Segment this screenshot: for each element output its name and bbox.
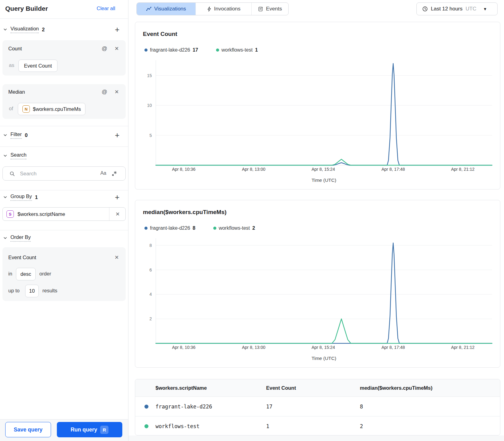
median-field[interactable]: N $workers.cpuTimeMs xyxy=(18,103,85,115)
search-input[interactable] xyxy=(19,167,97,181)
svg-text:Apr 8, 17:48: Apr 8, 17:48 xyxy=(381,167,405,172)
median-field-value: $workers.cpuTimeMs xyxy=(33,106,81,112)
series-color-dot xyxy=(144,405,148,409)
legend-value: 17 xyxy=(193,47,198,53)
up-to-label: up to xyxy=(8,288,20,294)
table-row[interactable]: fragrant-lake-d226 17 8 xyxy=(135,396,500,416)
case-sensitive-icon[interactable]: Aa xyxy=(100,170,106,176)
legend-item[interactable]: fragrant-lake-d226 17 xyxy=(144,47,198,53)
save-query-button[interactable]: Save query xyxy=(5,422,51,437)
time-range-selector[interactable]: Last 12 hours UTC ▼ xyxy=(416,2,498,15)
view-tabs: Visualizations Invocations Events xyxy=(136,2,289,15)
close-icon[interactable]: ✕ xyxy=(115,46,119,51)
legend-value: 2 xyxy=(252,225,255,231)
filter-section-label: Filter xyxy=(10,131,22,139)
legend-item[interactable]: workflows-test 1 xyxy=(216,47,258,53)
chevron-down-icon[interactable] xyxy=(3,195,7,199)
group-by-field-value: $workers.scriptName xyxy=(18,211,65,217)
panel-title: Query Builder xyxy=(5,5,48,12)
tab-invocations[interactable]: Invocations xyxy=(195,3,251,15)
svg-text:Time (UTC): Time (UTC) xyxy=(312,178,336,183)
script-name-cell: workflows-test xyxy=(156,416,199,435)
timezone-label: UTC xyxy=(466,6,476,12)
divider xyxy=(0,126,128,126)
tab-visualizations[interactable]: Visualizations xyxy=(137,3,195,15)
svg-text:8: 8 xyxy=(149,243,152,248)
caret-down-icon: ▼ xyxy=(483,7,487,11)
run-query-button[interactable]: Run query R xyxy=(57,422,122,437)
add-group-by-button[interactable]: + xyxy=(115,193,120,201)
page-bottom-strip xyxy=(128,435,504,441)
legend-dot xyxy=(216,49,219,52)
close-icon[interactable]: ✕ xyxy=(115,255,119,260)
clock-icon xyxy=(422,6,428,12)
search-icon xyxy=(10,171,15,177)
legend-dot xyxy=(213,227,216,230)
legend-name: fragrant-lake-d226 xyxy=(150,47,190,53)
tab-events[interactable]: Events xyxy=(251,3,288,15)
results-area: Visualizations Invocations Events Last 1… xyxy=(128,0,504,441)
median-visualization-card: Median @ ✕ of N $workers.cpuTimeMs xyxy=(2,84,126,119)
column-header-event-count: Event Count xyxy=(266,379,296,396)
search-section-header: Search xyxy=(3,150,126,161)
sort-direction-field[interactable]: desc xyxy=(16,268,36,280)
chevron-down-icon[interactable] xyxy=(3,133,7,137)
time-range-label: Last 12 hours xyxy=(431,6,463,12)
run-query-label: Run query xyxy=(71,427,97,433)
event-count-cell: 1 xyxy=(266,416,269,435)
svg-text:Apr 8, 13:00: Apr 8, 13:00 xyxy=(242,167,265,172)
median-cell: 2 xyxy=(360,416,363,435)
clear-all-button[interactable]: Clear all xyxy=(96,6,115,11)
svg-text:Apr 8, 15:24: Apr 8, 15:24 xyxy=(312,345,335,350)
chart-title: median($workers.cpuTimeMs) xyxy=(143,209,226,216)
legend-item[interactable]: workflows-test 2 xyxy=(213,225,255,231)
query-actions-footer: Save query Run query R xyxy=(0,419,128,441)
limit-field[interactable]: 10 xyxy=(25,285,39,297)
tab-invocations-label: Invocations xyxy=(214,6,241,12)
divider xyxy=(109,208,109,221)
event-count-line-chart[interactable]: 51015Apr 8, 10:36Apr 8, 13:00Apr 8, 15:2… xyxy=(140,59,497,185)
svg-text:5: 5 xyxy=(149,133,152,138)
svg-text:Apr 8, 15:24: Apr 8, 15:24 xyxy=(312,167,335,172)
regex-icon[interactable] xyxy=(111,170,117,177)
median-cputime-line-chart[interactable]: 2468Apr 8, 10:36Apr 8, 13:00Apr 8, 15:24… xyxy=(140,237,497,363)
events-log-icon xyxy=(258,6,263,12)
at-icon[interactable]: @ xyxy=(102,89,107,95)
add-filter-button[interactable]: + xyxy=(115,131,120,139)
limit-value: 10 xyxy=(29,288,35,294)
chevron-down-icon[interactable] xyxy=(3,27,7,32)
divider xyxy=(0,146,128,147)
svg-text:Apr 8, 21:12: Apr 8, 21:12 xyxy=(451,167,474,172)
svg-text:10: 10 xyxy=(147,103,152,108)
svg-text:15: 15 xyxy=(147,73,152,78)
chevron-down-icon[interactable] xyxy=(3,154,7,158)
legend-item[interactable]: fragrant-lake-d226 8 xyxy=(144,225,195,231)
results-label: results xyxy=(42,288,57,294)
svg-text:Apr 8, 10:36: Apr 8, 10:36 xyxy=(172,345,195,350)
legend-name: workflows-test xyxy=(222,47,253,53)
search-section-label: Search xyxy=(10,152,26,159)
svg-text:6: 6 xyxy=(149,267,152,272)
close-icon[interactable]: ✕ xyxy=(115,89,119,95)
search-box: Aa xyxy=(2,166,126,181)
query-builder-panel: Query Builder Clear all Visualization 2 … xyxy=(0,0,128,441)
order-by-section-header: Order By xyxy=(3,232,126,244)
svg-text:4: 4 xyxy=(149,292,152,297)
close-icon[interactable]: ✕ xyxy=(116,212,120,217)
chart-legend: fragrant-lake-d226 8 workflows-test 2 xyxy=(144,225,255,231)
event-count-cell: 17 xyxy=(266,397,272,416)
group-by-item[interactable]: S $workers.scriptName ✕ xyxy=(2,207,126,221)
chevron-down-icon[interactable] xyxy=(3,236,7,240)
alias-field[interactable]: Event Count xyxy=(18,60,57,72)
tab-events-label: Events xyxy=(266,6,282,12)
at-icon[interactable]: @ xyxy=(102,46,107,51)
visualization-count: 2 xyxy=(42,27,45,33)
save-query-label: Save query xyxy=(14,427,42,433)
table-row[interactable]: workflows-test 1 2 xyxy=(135,416,500,435)
group-by-count: 1 xyxy=(35,194,38,200)
add-visualization-button[interactable]: + xyxy=(115,25,120,33)
run-shortcut-badge: R xyxy=(100,426,108,434)
count-card-title: Count xyxy=(8,46,22,52)
chart-line-icon xyxy=(146,6,152,11)
median-card-title: Median xyxy=(8,89,25,95)
